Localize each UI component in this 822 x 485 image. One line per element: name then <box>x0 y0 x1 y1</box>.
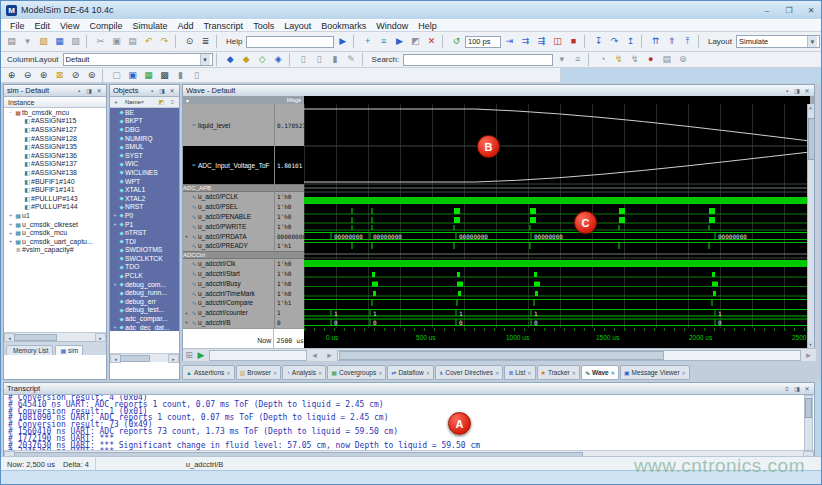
find-next-icon[interactable]: ≣ <box>198 34 213 49</box>
clock-icon[interactable]: ◔ <box>595 52 610 67</box>
dock-icon[interactable]: ▪ <box>75 88 83 94</box>
search-input[interactable] <box>403 54 553 66</box>
bottom-tab[interactable]: ▦ Covergroups ✕ <box>327 365 386 380</box>
transcript-header[interactable]: Transcript ≡ ◨ ✕ <box>4 383 814 395</box>
tab-close-icon[interactable]: ✕ <box>378 370 382 376</box>
tree-item[interactable]: ◧ #BUFIF1#141 <box>4 185 106 194</box>
objects-horizontal-scrollbar[interactable]: ◂ ▸ <box>110 353 179 362</box>
expand-toggle[interactable]: + <box>183 233 190 239</box>
wave-value-row[interactable]: 1'h0 <box>275 221 304 231</box>
tab-close-icon[interactable]: ✕ <box>682 370 686 376</box>
object-row[interactable]: + ◆ P1 <box>110 220 179 229</box>
wave-value-row[interactable]: 1'h1 <box>275 298 304 308</box>
watch-icon[interactable]: ⊚ <box>675 52 690 67</box>
edit-mode-icon[interactable]: ▩ <box>157 68 172 83</box>
close-icon[interactable]: ✕ <box>168 87 176 94</box>
restart-icon[interactable]: ↺ <box>449 34 464 49</box>
step-out-icon[interactable]: ↥ <box>623 34 638 49</box>
annotate-icon[interactable]: ✎ <box>344 52 359 67</box>
cursor-add-icon[interactable]: ▯ <box>296 52 311 67</box>
cursor-delete-icon[interactable]: ▯ <box>312 52 327 67</box>
object-row[interactable]: ◆ NUMIRQ <box>110 134 179 143</box>
scroll-right-icon[interactable]: ▸ <box>168 354 179 363</box>
tab-close-icon[interactable]: ✕ <box>226 370 230 376</box>
object-row[interactable]: + ◆ P0 <box>110 211 179 220</box>
bottom-tab[interactable]: ⇄ Dataflow ✕ <box>387 365 434 380</box>
wave-signal-row[interactable]: ∿ u_adc0/PREADY <box>183 241 274 251</box>
tree-item[interactable]: ◧ #ASSIGN#127 <box>4 125 106 134</box>
compile-all-icon[interactable]: ≡ <box>376 34 391 49</box>
tab-close-icon[interactable]: ✕ <box>318 370 322 376</box>
wave-signal-row[interactable]: ∿ u_adc0/PCLK <box>183 192 274 202</box>
wave-value-row[interactable]: 1'h0 <box>275 259 304 269</box>
cut-icon[interactable]: ✂ <box>93 34 108 49</box>
canvas-scrollbar-track[interactable] <box>337 350 801 361</box>
wave-signal-row[interactable]: ADC_APB <box>183 184 274 192</box>
wave-value-row[interactable] <box>275 251 304 259</box>
tab-close-icon[interactable]: ✕ <box>495 370 499 376</box>
paste-icon[interactable]: ▤ <box>125 34 140 49</box>
object-row[interactable]: ◆ WPT <box>110 177 179 186</box>
edit-wave-icon[interactable]: ◈ <box>271 52 286 67</box>
wave-value-row[interactable]: 1.80101 <box>275 146 304 184</box>
tree-item[interactable]: ◧ #ASSIGN#137 <box>4 160 106 169</box>
simulate-options-icon[interactable]: ◩ <box>408 34 423 49</box>
search-regexp-icon[interactable]: ▾ <box>554 52 569 67</box>
name-column-label[interactable]: Name <box>122 97 137 108</box>
menu-item[interactable]: File <box>5 21 30 31</box>
float-icon[interactable]: ◨ <box>85 87 93 94</box>
menu-item[interactable]: Simulate <box>127 21 172 31</box>
bottom-tab[interactable]: ★ Tracker ✕ <box>537 365 580 380</box>
instance-column-header[interactable]: Instance <box>4 97 106 108</box>
columnlayout-select[interactable]: Default ▼ <box>63 53 213 66</box>
expand-toggle[interactable]: - <box>7 109 14 115</box>
layout-select[interactable]: Simulate ▼ <box>736 35 820 48</box>
scrollbar-thumb[interactable] <box>339 351 664 360</box>
cut-wave-icon[interactable]: ▮ <box>173 68 188 83</box>
run-all-icon[interactable]: ⇶ <box>534 34 549 49</box>
save-icon[interactable]: ▦ <box>52 34 67 49</box>
pan-mode-icon[interactable]: ▦ <box>141 68 156 83</box>
filter-icon[interactable]: ◩ <box>156 97 167 108</box>
view-menu-icon[interactable]: ≡ <box>167 97 178 108</box>
insert-wave-icon[interactable]: ▯ <box>189 68 204 83</box>
waveform-canvas[interactable]: 00000000 00000000 00000000 00000000 0000… <box>304 96 810 348</box>
run-icon[interactable]: ⇥ <box>502 34 517 49</box>
expand-toggle[interactable]: + <box>7 221 14 227</box>
scroll-right-icon[interactable]: ▸ <box>95 333 106 342</box>
sim-horizontal-scrollbar[interactable]: ◂ ▸ <box>4 332 106 341</box>
transcript-vertical-scrollbar[interactable] <box>804 395 813 451</box>
transcript-log[interactable]: # Conversion result: 4 (0x04)# 645410 ns… <box>4 395 814 450</box>
object-row[interactable]: ◆ DBG <box>110 125 179 134</box>
object-row[interactable]: ◆ PCLK <box>110 271 179 280</box>
expand-toggle[interactable]: + <box>7 238 14 244</box>
search-options-icon[interactable]: ≡ <box>570 52 585 67</box>
object-row[interactable]: ◆ BKPT <box>110 117 179 126</box>
close-icon[interactable]: ✕ <box>95 87 103 94</box>
stop-icon[interactable]: ■ <box>566 34 581 49</box>
object-row[interactable]: ◆ debug_err <box>110 297 179 306</box>
timeline-ruler[interactable]: 0 us 500 us 1000 us 1500 us 2000 us 2500 <box>304 328 810 348</box>
bottom-tab[interactable]: ▲ Assertions ✕ <box>182 365 235 380</box>
scrollbar-thumb[interactable] <box>808 118 815 160</box>
menu-item[interactable]: Add <box>172 21 198 31</box>
force-icon[interactable]: ↯ <box>611 52 626 67</box>
find-icon[interactable]: ⊙ <box>182 34 197 49</box>
tab-close-icon[interactable]: ✕ <box>527 370 531 376</box>
tab-close-icon[interactable]: ✕ <box>273 370 277 376</box>
compile-icon[interactable]: + <box>360 34 375 49</box>
float-icon[interactable]: ◨ <box>793 385 801 392</box>
object-row[interactable]: ◆ SMUL <box>110 142 179 151</box>
new-file-icon[interactable]: ▤ <box>4 34 19 49</box>
step-over-icon[interactable]: ↷ <box>607 34 622 49</box>
tab-close-icon[interactable]: ✕ <box>426 370 430 376</box>
object-row[interactable]: ◆ TDO <box>110 263 179 272</box>
object-row[interactable]: + ◆ debug_com... <box>110 280 179 289</box>
menu-item[interactable]: Window <box>371 21 413 31</box>
object-row[interactable]: + ◆ adc_dec_dat... <box>110 323 179 332</box>
expand-toggle[interactable]: + <box>183 310 190 316</box>
close-icon[interactable]: ✕ <box>803 87 811 94</box>
pane-tab[interactable]: ▦ sim <box>55 345 83 355</box>
break-icon[interactable]: ✕ <box>424 34 439 49</box>
object-row[interactable]: ◆ WIC <box>110 160 179 169</box>
